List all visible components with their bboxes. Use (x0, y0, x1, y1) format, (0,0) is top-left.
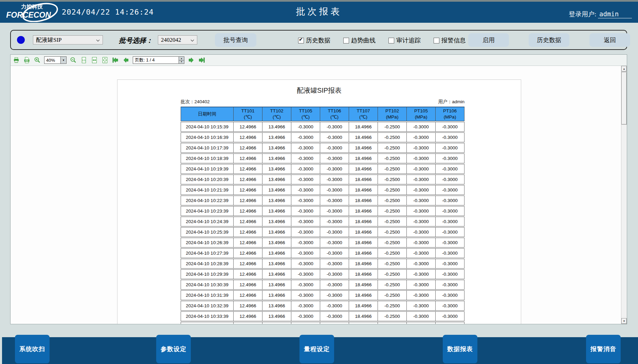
footer-button-system-purge[interactable]: 系统吹扫 (15, 335, 50, 363)
value-cell: 12.4966 (234, 206, 262, 216)
history-data-button[interactable]: 历史数据 (529, 33, 569, 47)
value-cell: 13.4966 (262, 143, 291, 153)
report-table: 日期时间TT101 (℃)TT102 (℃)TT105 (℃)TT106 (℃)… (181, 106, 464, 324)
batch-query-button[interactable]: 批号查询 (215, 33, 256, 47)
checkbox-label: 报警信息 (441, 36, 466, 44)
value-cell: -0.2500 (378, 322, 407, 324)
value-cell: -0.3000 (291, 301, 320, 311)
value-cell: 18.4966 (349, 122, 378, 132)
value-cell: 12.4966 (234, 238, 262, 248)
return-button[interactable]: 返回 (589, 33, 630, 47)
zoom-in-icon[interactable] (34, 56, 41, 64)
value-cell: -0.2500 (378, 217, 407, 226)
last-page-icon[interactable] (198, 56, 205, 64)
value-cell: -0.3000 (291, 206, 320, 216)
value-cell: -0.3000 (436, 185, 464, 195)
datetime-cell: 2024-04-10 10:28:39 (181, 259, 234, 269)
value-cell: -0.3000 (407, 248, 436, 258)
spin-up-button[interactable]: ▲ (179, 57, 184, 60)
table-row: 2024-04-10 10:23:3912.496613.4966-0.3000… (181, 206, 464, 216)
print-icon[interactable] (13, 56, 20, 64)
value-cell: -0.3000 (407, 185, 436, 195)
checkbox-item-3[interactable]: 报警信息 (434, 36, 466, 44)
actual-size-icon[interactable]: 1:1 (80, 56, 88, 64)
page-number-input[interactable]: 页数: 1 / 4 ▲ ▼ (133, 56, 184, 64)
value-cell: -0.2500 (378, 196, 407, 205)
value-cell: -0.3000 (291, 280, 320, 290)
export-pdf-icon[interactable]: PDF (23, 56, 31, 64)
footer-button-data-report[interactable]: 数据报表 (443, 335, 477, 363)
value-cell: -0.3000 (291, 143, 320, 153)
datetime-cell: 2024-04-10 10:18:39 (181, 153, 234, 163)
value-cell: -0.3000 (320, 217, 349, 226)
datetime-cell: 2024-04-10 10:25:39 (181, 227, 234, 237)
value-cell: -0.3000 (291, 322, 320, 324)
value-cell: 12.4966 (234, 301, 262, 311)
table-row: 2024-04-10 10:25:3912.496613.4966-0.3000… (181, 227, 464, 237)
checkbox-checked-icon[interactable]: ✔ (298, 38, 304, 43)
value-cell: 13.4966 (262, 280, 291, 290)
scroll-up-icon[interactable]: ▲ (621, 66, 627, 72)
checkbox-item-0[interactable]: ✔历史数据 (298, 36, 330, 44)
value-cell: 18.4966 (349, 185, 378, 195)
value-cell: 13.4966 (262, 269, 291, 279)
value-cell: -0.2500 (378, 301, 407, 311)
checkbox-unchecked-icon[interactable] (434, 38, 439, 43)
spin-down-button[interactable]: ▼ (179, 60, 184, 64)
value-cell: 18.4966 (349, 322, 378, 324)
value-cell: 12.4966 (234, 122, 262, 132)
enable-button[interactable]: 启用 (468, 33, 509, 47)
datetime-cell: 2024-04-10 10:27:39 (181, 248, 234, 258)
datetime-cell: 2024-04-10 10:26:39 (181, 238, 234, 248)
value-cell: 18.4966 (349, 164, 378, 174)
app-header: 力控科技 FORCECON 2024/04/22 14:26:24 批次报表 登… (0, 2, 638, 23)
value-cell: -0.3000 (407, 153, 436, 163)
column-header: PT106 (MPa) (436, 107, 464, 121)
value-cell: 18.4966 (349, 217, 378, 226)
footer-button-range-setting[interactable]: 量程设定 (299, 335, 334, 363)
table-row: 2024-04-10 10:17:3912.496613.4966-0.3000… (181, 143, 464, 153)
scroll-down-icon[interactable]: ▼ (621, 318, 627, 324)
value-cell: -0.2500 (378, 143, 407, 153)
column-header: TT106 (℃) (320, 107, 349, 121)
report-viewer: PDF 40% ▼ (10, 54, 627, 324)
value-cell: 12.4966 (234, 280, 262, 290)
checkbox-item-1[interactable]: 趋势曲线 (343, 36, 376, 44)
zoom-out-icon[interactable] (70, 56, 77, 64)
footer-button-parameter-setting[interactable]: 参数设定 (156, 335, 191, 363)
first-page-icon[interactable] (112, 56, 119, 64)
value-cell: -0.3000 (291, 269, 320, 279)
value-cell: -0.3000 (320, 322, 349, 324)
fit-width-icon[interactable] (91, 56, 98, 64)
value-cell: -0.3000 (320, 311, 349, 321)
device-select[interactable]: 配液罐SIP (33, 35, 103, 44)
table-row: 2024-04-10 10:16:3912.496613.4966-0.3000… (181, 132, 464, 142)
zoom-level-select[interactable]: 40% ▼ (44, 56, 67, 64)
value-cell: 18.4966 (349, 290, 378, 300)
checkbox-unchecked-icon[interactable] (388, 38, 394, 43)
fit-page-icon[interactable] (101, 56, 109, 64)
next-page-icon[interactable] (187, 56, 195, 64)
value-cell: 18.4966 (349, 238, 378, 248)
checkbox-item-2[interactable]: 审计追踪 (388, 36, 421, 44)
value-cell: 13.4966 (262, 206, 291, 216)
value-cell: -0.3000 (436, 122, 464, 132)
value-cell: -0.3000 (407, 290, 436, 300)
value-cell: 13.4966 (262, 259, 291, 269)
checkbox-unchecked-icon[interactable] (343, 38, 349, 43)
value-cell: -0.3000 (436, 269, 464, 279)
value-cell: -0.2500 (378, 290, 407, 300)
value-cell: -0.2500 (378, 185, 407, 195)
prev-page-icon[interactable] (122, 56, 130, 64)
vertical-scrollbar[interactable]: ▲ ▼ (621, 66, 627, 324)
value-cell: -0.3000 (436, 217, 464, 226)
scrollbar-thumb[interactable] (621, 72, 627, 125)
value-cell: -0.3000 (436, 290, 464, 300)
batch-select[interactable]: 2402042 (158, 35, 197, 44)
value-cell: 18.4966 (349, 132, 378, 142)
value-cell: -0.2500 (378, 153, 407, 163)
footer-button-alarm-mute[interactable]: 报警消音 (586, 335, 621, 363)
zoom-dropdown-button[interactable]: ▼ (60, 57, 66, 63)
value-cell: -0.3000 (407, 280, 436, 290)
value-cell: -0.3000 (436, 259, 464, 269)
